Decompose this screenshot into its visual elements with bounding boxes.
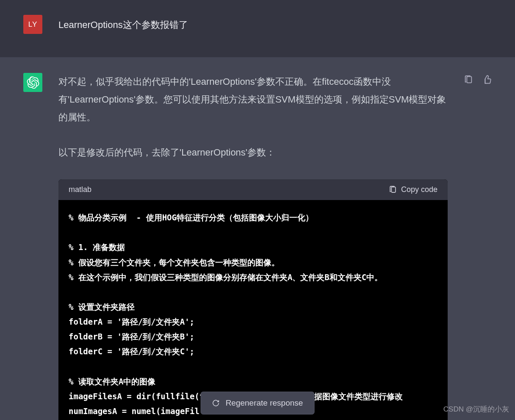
assistant-response-column: 对不起，似乎我给出的代码中的'LearnerOptions'参数不正确。在fit… — [58, 73, 448, 420]
clipboard-icon — [389, 186, 397, 194]
svg-rect-1 — [467, 77, 471, 83]
code-content: % 物品分类示例 - 使用HOG特征进行分类（包括图像大小归一化） % 1. 准… — [58, 200, 448, 420]
assistant-paragraph-1: 对不起，似乎我给出的代码中的'LearnerOptions'参数不正确。在fit… — [58, 73, 448, 126]
code-block-header: matlab Copy code — [58, 179, 448, 200]
assistant-paragraph-2: 以下是修改后的代码，去除了'LearnerOptions'参数： — [58, 144, 448, 161]
svg-rect-0 — [391, 187, 396, 192]
like-button[interactable] — [482, 75, 492, 84]
assistant-avatar — [23, 73, 42, 92]
copy-code-label: Copy code — [401, 185, 437, 194]
assistant-message-row: 对不起，似乎我给出的代码中的'LearnerOptions'参数不正确。在fit… — [0, 57, 515, 420]
code-block: matlab Copy code % 物品分类示例 - 使用HOG特征进行分类（… — [58, 179, 448, 420]
copy-message-button[interactable] — [464, 75, 473, 84]
user-avatar: LY — [23, 15, 42, 34]
code-language-label: matlab — [69, 185, 91, 194]
clipboard-icon — [464, 75, 473, 84]
regenerate-response-button[interactable]: Regenerate response — [201, 392, 315, 414]
refresh-icon — [212, 399, 220, 407]
openai-logo-icon — [27, 76, 39, 89]
user-message-row: LY LearnerOptions这个参数报错了 — [0, 0, 515, 57]
user-message-text: LearnerOptions这个参数报错了 — [58, 15, 188, 32]
message-actions — [464, 73, 492, 84]
thumbs-up-icon — [482, 75, 492, 84]
copy-code-button[interactable]: Copy code — [389, 185, 437, 194]
regenerate-label: Regenerate response — [226, 398, 303, 408]
watermark: CSDN @沉睡的小灰 — [443, 404, 509, 414]
